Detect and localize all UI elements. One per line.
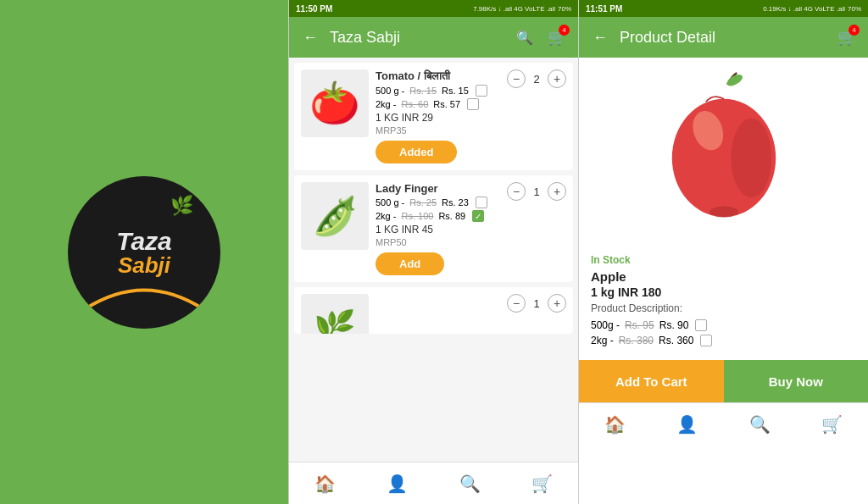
option-original-2kg: Rs. 380 <box>619 335 654 346</box>
nav-cart-3[interactable]: 🛒 <box>796 403 868 445</box>
qty-control-3: − 1 + <box>507 294 566 313</box>
size-label-tomato-500g: 500 g - <box>376 86 404 96</box>
status-bar-3: 11:51 PM 0.19K/s ↓ .all 4G VoLTE .all 70… <box>579 0 868 17</box>
product-detail-name: Apple <box>591 269 856 284</box>
nav-search-3[interactable]: 🔍 <box>724 403 796 445</box>
home-icon-3: 🏠 <box>604 414 626 435</box>
nav-profile-2[interactable]: 👤 <box>361 462 433 504</box>
back-button-2[interactable]: ← <box>298 25 323 50</box>
mrp-tomato: MRP35 <box>376 125 566 136</box>
cart-icon-nav-2: 🛒 <box>531 474 553 494</box>
cart-icon-nav-3: 🛒 <box>821 414 843 435</box>
search-icon-nav-2: 🔍 <box>459 474 481 494</box>
bottom-nav-2: 🏠 👤 🔍 🛒 <box>289 462 578 504</box>
product-list-content: 🍅 Tomato / बिलाती 500 g - Rs. 15 Rs. 15 … <box>289 58 578 462</box>
qty-num-lf: 1 <box>531 186 542 198</box>
checkbox-tomato-2kg[interactable] <box>467 98 479 110</box>
nav-search-2[interactable]: 🔍 <box>434 462 506 504</box>
status-time-2: 11:50 PM <box>296 4 332 14</box>
checkbox-lf-2kg[interactable]: ✓ <box>472 210 484 222</box>
option-price-2kg: Rs. 360 <box>659 335 693 346</box>
checkbox-detail-500g[interactable] <box>695 319 707 331</box>
size-label-lf-500g: 500 g - <box>376 197 404 208</box>
cart-badge-3: 4 <box>849 25 860 36</box>
qty-decrease-tomato[interactable]: − <box>507 69 526 88</box>
qty-decrease-3[interactable]: − <box>507 294 526 313</box>
network-info-3: 0.19K/s ↓ .all 4G VoLTE .all <box>763 5 845 13</box>
original-price-tomato-2kg: Rs. 60 <box>401 99 428 109</box>
screen-product-list: 11:50 PM 7.98K/s ↓ .all 4G VoLTE .all 70… <box>288 0 578 504</box>
qty-control-tomato: − 2 + <box>507 69 566 88</box>
profile-icon-2: 👤 <box>387 474 408 494</box>
unit-price-lf: 1 KG INR 45 <box>376 224 566 235</box>
status-icons-2: 7.98K/s ↓ .all 4G VoLTE .all 70% <box>473 5 571 13</box>
logo-circle: 🌿 Taza Sabji <box>68 176 220 329</box>
product-image-tomato: 🍅 <box>301 69 369 137</box>
status-bar-2: 11:50 PM 7.98K/s ↓ .all 4G VoLTE .all 70… <box>289 0 578 17</box>
app-bar-2: ← Taza Sabji 🔍 🛒 4 <box>289 17 578 58</box>
option-price-500g: Rs. 90 <box>659 319 689 331</box>
cart-button-2[interactable]: 🛒 4 <box>544 25 570 50</box>
battery-2: 70% <box>558 5 571 13</box>
search-button-2[interactable]: 🔍 <box>512 25 537 50</box>
nav-home-3[interactable]: 🏠 <box>579 403 651 445</box>
option-size-500g: 500g - <box>591 319 620 331</box>
nav-profile-3[interactable]: 👤 <box>651 403 723 445</box>
price-lf-2kg: Rs. 89 <box>438 211 465 221</box>
product-image-ladyfinger: 🫛 <box>301 182 369 250</box>
nav-home-2[interactable]: 🏠 <box>289 462 361 504</box>
detail-option-500g: 500g - Rs. 95 Rs. 90 <box>591 319 856 331</box>
qty-num-tomato: 2 <box>531 73 542 86</box>
size-label-tomato-2kg: 2kg - <box>376 99 396 109</box>
add-button-lf[interactable]: Add <box>376 252 444 275</box>
product-detail-actions: Add To Cart Buy Now <box>579 360 868 402</box>
checkbox-detail-2kg[interactable] <box>700 335 712 346</box>
option-size-2kg: 2kg - <box>591 335 614 346</box>
original-price-tomato-500g: Rs. 15 <box>409 86 437 96</box>
status-time-3: 11:51 PM <box>586 4 622 14</box>
qty-num-3: 1 <box>531 297 542 310</box>
back-button-3[interactable]: ← <box>587 25 613 50</box>
add-button-tomato[interactable]: Added <box>376 141 457 163</box>
product-card-3: 🌿 − 1 + <box>294 287 573 334</box>
app-bar-title-3: Product Detail <box>620 29 827 47</box>
product-detail-price: 1 kg INR 180 <box>591 285 856 299</box>
qty-control-lf: − 1 + <box>507 182 566 201</box>
cart-button-3[interactable]: 🛒 4 <box>834 25 860 50</box>
checkbox-tomato-500g[interactable] <box>476 85 487 97</box>
product-card-ladyfinger: 🫛 Lady Finger 500 g - Rs. 25 Rs. 23 2kg … <box>294 175 573 282</box>
app-bar-3: ← Product Detail 🛒 4 <box>579 17 868 58</box>
logo-arc-svg <box>76 280 212 313</box>
profile-icon-3: 👤 <box>676 414 698 435</box>
size-label-lf-2kg: 2kg - <box>376 211 396 221</box>
qty-increase-tomato[interactable]: + <box>548 69 566 88</box>
status-icons-3: 0.19K/s ↓ .all 4G VoLTE .all 70% <box>763 5 861 13</box>
buy-now-button[interactable]: Buy Now <box>724 360 869 402</box>
search-icon-nav-3: 🔍 <box>749 414 771 435</box>
nav-cart-2[interactable]: 🛒 <box>506 462 578 504</box>
in-stock-label: In Stock <box>591 254 856 266</box>
search-icon-2: 🔍 <box>516 30 533 46</box>
logo-text-taza: Taza <box>116 229 172 254</box>
qty-increase-3[interactable]: + <box>548 294 566 313</box>
qty-decrease-lf[interactable]: − <box>507 182 526 201</box>
product-card-tomato: 🍅 Tomato / बिलाती 500 g - Rs. 15 Rs. 15 … <box>294 63 573 170</box>
network-info-2: 7.98K/s ↓ .all 4G VoLTE .all <box>473 5 555 13</box>
qty-increase-lf[interactable]: + <box>548 182 566 201</box>
detail-option-2kg: 2kg - Rs. 380 Rs. 360 <box>591 335 856 346</box>
leaf-icon: 🌿 <box>170 195 193 217</box>
apple-svg <box>652 66 796 235</box>
app-bar-title-2: Taza Sabji <box>330 29 505 47</box>
product-image-3: 🌿 <box>301 294 369 334</box>
bottom-nav-3: 🏠 👤 🔍 🛒 <box>579 402 868 445</box>
price-lf-500g: Rs. 23 <box>442 197 469 208</box>
option-original-500g: Rs. 95 <box>625 319 654 331</box>
checkbox-lf-500g[interactable] <box>476 197 487 208</box>
add-to-cart-button[interactable]: Add To Cart <box>579 360 724 402</box>
price-tomato-500g: Rs. 15 <box>442 86 469 96</box>
screen-logo: 🌿 Taza Sabji <box>0 0 288 504</box>
battery-3: 70% <box>848 5 861 13</box>
product-detail-info: In Stock Apple 1 kg INR 180 Product Desc… <box>579 244 868 360</box>
price-row-lf-2kg: 2kg - Rs. 100 Rs. 89 ✓ <box>376 210 566 222</box>
back-icon-2: ← <box>303 29 318 47</box>
